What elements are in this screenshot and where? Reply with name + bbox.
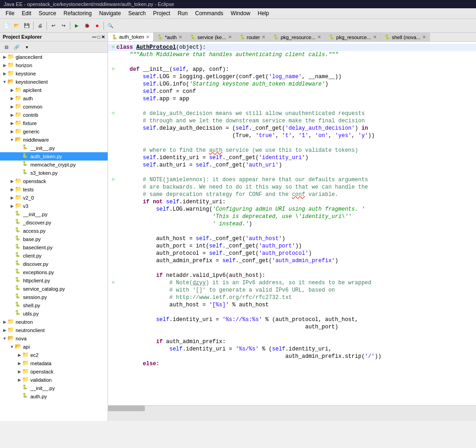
arrow-icon: ▶ <box>9 204 15 208</box>
tree-item-metadata[interactable]: ▶ 📁 metadata <box>0 359 108 368</box>
stop-button[interactable]: ■ <box>92 21 102 30</box>
menu-navigate[interactable]: Navigate <box>95 9 124 17</box>
pe-maximize[interactable]: □ <box>97 34 100 40</box>
pe-close[interactable]: ✕ <box>101 34 105 40</box>
tree-item-nova[interactable]: ▼ 📂 nova <box>0 334 108 343</box>
tree-item-api[interactable]: ▼ 📂 api <box>0 343 108 351</box>
pe-collapse-all[interactable]: ⊟ <box>2 42 11 52</box>
tab-close-auth-token[interactable]: ✕ <box>146 34 149 40</box>
search-toolbar-button[interactable]: 🔍 <box>106 21 115 30</box>
tab-auth-token[interactable]: 🐍 auth_token ✕ <box>108 33 154 41</box>
menu-project[interactable]: Project <box>149 9 174 17</box>
menu-search[interactable]: Search <box>125 9 149 17</box>
tree-label: client.py <box>23 253 41 258</box>
pe-menu[interactable]: ▾ <box>22 42 31 52</box>
tree-item-memcache-crypt[interactable]: 🐍 memcache_crypt.py <box>0 161 108 169</box>
tree-item-ec2[interactable]: ▶ 📁 ec2 <box>0 351 108 359</box>
menu-file[interactable]: File <box>2 9 18 17</box>
tree-item-service-catalog[interactable]: 🐍 service_catalog.py <box>0 285 108 293</box>
tree-item-common[interactable]: ▶ 📁 common <box>0 103 108 111</box>
tab-service[interactable]: 🐍 service (ke... ✕ <box>186 33 235 41</box>
tree-item-discover[interactable]: 🐍 _discover.py <box>0 218 108 227</box>
tree-item-access[interactable]: 🐍 access.py <box>0 227 108 235</box>
tree-item-v3[interactable]: ▶ 📁 v3 <box>0 202 108 210</box>
tree-item-kc-init[interactable]: 🐍 __init__.py <box>0 210 108 218</box>
tree-item-base[interactable]: 🐍 base.py <box>0 235 108 243</box>
tab-close-pkg2[interactable]: ✕ <box>373 34 377 40</box>
tree-item-horizon[interactable]: ▶ 📁 horizon <box>0 61 108 69</box>
arrow-icon: ▶ <box>9 104 15 109</box>
pe-minimize[interactable]: — <box>92 34 97 40</box>
tree-item-contrib[interactable]: ▶ 📁 contrib <box>0 111 108 119</box>
menu-commands[interactable]: Commands <box>191 9 227 17</box>
tab-close-router[interactable]: ✕ <box>262 34 265 40</box>
debug-button[interactable]: 🐞 <box>82 21 92 30</box>
tree-item-middleware[interactable]: ▼ 📂 middleware <box>0 136 108 144</box>
save-button[interactable]: 💾 <box>22 21 31 30</box>
tab-pkg-resource-1[interactable]: 🐍 pkg_resource... ✕ <box>270 33 325 41</box>
tree-item-init-py[interactable]: 🐍 __init__.py <box>0 144 108 152</box>
tree-item-httpclient[interactable]: 🐍 httpclient.py <box>0 276 108 285</box>
tree-item-discover2[interactable]: 🐍 discover.py <box>0 260 108 268</box>
tree-item-exceptions[interactable]: 🐍 exceptions.py <box>0 268 108 276</box>
tree-item-nova-init[interactable]: 🐍 __init__.py <box>0 384 108 392</box>
tab-shell-nova[interactable]: 🐍 shell (nova... ✕ <box>381 33 430 41</box>
menu-edit[interactable]: Edit <box>18 9 35 17</box>
menu-refactoring[interactable]: Refactoring <box>60 9 95 17</box>
py-file-icon: 🐍 <box>22 144 29 152</box>
tree-item-s3-token[interactable]: 🐍 s3_token.py <box>0 169 108 177</box>
tree-item-openstack-nova[interactable]: ▶ 📁 openstack <box>0 368 108 376</box>
code-line: (True, 'true', 't', '1', 'on', 'yes', 'y… <box>108 132 476 139</box>
tree-item-generic[interactable]: ▶ 📁 generic <box>0 127 108 136</box>
tree-label: openstack <box>23 178 46 184</box>
menu-source[interactable]: Source <box>35 9 60 17</box>
tab-close-shell[interactable]: ✕ <box>422 34 426 40</box>
folder-icon: 📁 <box>15 103 22 110</box>
tab-auth[interactable]: 🐍 *auth ✕ <box>154 33 186 41</box>
tree-label: _discover.py <box>23 220 51 225</box>
code-editor[interactable]: ⊖ class AuthProtocol(object): """Auth Mi… <box>108 42 476 405</box>
tree-item-neutron[interactable]: ▶ 📁 neutron <box>0 318 108 326</box>
tree-item-auth[interactable]: ▶ 📁 auth <box>0 94 108 103</box>
tree-item-client[interactable]: 🐍 client.py <box>0 252 108 260</box>
menu-run[interactable]: Run <box>174 9 191 17</box>
tree-item-nova-auth[interactable]: 🐍 auth.py <box>0 392 108 401</box>
tree-item-validation[interactable]: ▶ 📁 validation <box>0 376 108 384</box>
tree-item-shell[interactable]: 🐍 shell.py <box>0 301 108 310</box>
pe-tree[interactable]: ▶ 📁 glanceclient ▶ 📁 horizon ▶ 📁 keyston… <box>0 53 108 421</box>
tree-item-baseclient[interactable]: 🐍 baseclient.py <box>0 243 108 252</box>
print-button[interactable]: 🖨 <box>35 21 45 30</box>
tree-item-fixture[interactable]: ▶ 📁 fixture <box>0 119 108 127</box>
tree-item-utils[interactable]: 🐍 utils.py <box>0 310 108 318</box>
tab-pkg-resource-2[interactable]: 🐍 pkg_resource... ✕ <box>325 33 381 41</box>
tab-close-pkg1[interactable]: ✕ <box>317 34 321 40</box>
tab-close-service[interactable]: ✕ <box>228 34 232 40</box>
tree-label: contrib <box>23 112 38 118</box>
redo-button[interactable]: ↪ <box>59 21 68 30</box>
menu-window[interactable]: Window <box>227 9 254 17</box>
tree-item-neutronclient[interactable]: ▶ 📁 neutronclient <box>0 326 108 334</box>
tree-item-keystone[interactable]: ▶ 📁 keystone <box>0 69 108 78</box>
tab-close-auth[interactable]: ✕ <box>178 34 182 40</box>
tree-item-apiclient[interactable]: ▶ 📁 apiclient <box>0 86 108 94</box>
tab-router[interactable]: 🐍 router ✕ <box>236 33 270 41</box>
code-line: self.identity_uri = self._conf_get('iden… <box>108 154 476 161</box>
open-button[interactable]: 📂 <box>12 21 21 30</box>
tree-item-openstack-kc[interactable]: ▶ 📁 openstack <box>0 177 108 185</box>
py-file-icon: 🐍 <box>15 269 22 276</box>
run-button[interactable]: ▶ <box>72 21 81 30</box>
tree-item-session[interactable]: 🐍 session.py <box>0 293 108 301</box>
menu-help[interactable]: Help <box>254 9 273 17</box>
tree-item-v2-0[interactable]: ▶ 📁 v2_0 <box>0 194 108 202</box>
h-scrollbar-thumb[interactable] <box>108 406 145 411</box>
project-explorer-panel: Project Explorer — □ ✕ ⊟ 🔗 ▾ ▶ 📁 glancec… <box>0 33 108 421</box>
tree-item-tests[interactable]: ▶ 📁 tests <box>0 185 108 194</box>
tree-item-keystoneclient[interactable]: ▼ 📂 keystoneclient <box>0 78 108 86</box>
new-button[interactable]: 📄 <box>2 21 11 30</box>
tree-item-auth-token-py[interactable]: 🐍 auth_token.py <box>0 152 108 161</box>
py-file-icon: 🐍 <box>15 244 22 251</box>
pe-link-editor[interactable]: 🔗 <box>12 42 21 52</box>
bottom-scroll[interactable] <box>108 405 476 411</box>
tree-item-glanceclient[interactable]: ▶ 📁 glanceclient <box>0 53 108 61</box>
undo-button[interactable]: ↩ <box>49 21 58 30</box>
